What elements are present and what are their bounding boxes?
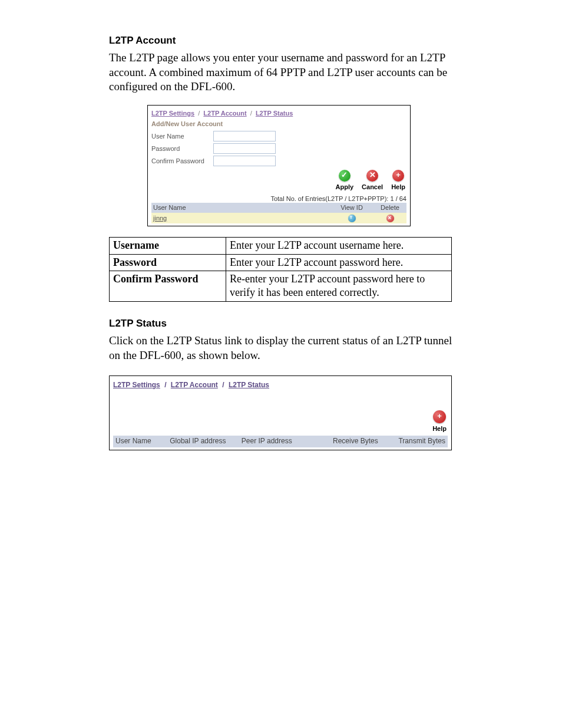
breadcrumb: L2TP Settings / L2TP Account / L2TP Stat…	[151, 109, 406, 117]
col-delete: Delete	[375, 203, 405, 212]
l2tp-status-screenshot: L2TP Settings / L2TP Account / L2TP Stat…	[109, 375, 452, 450]
entries-count: Total No. of Entries(L2TP / L2TP+PPTP): …	[151, 195, 406, 203]
close-icon[interactable]: ✕	[366, 170, 378, 182]
table-row: jinng	[151, 213, 406, 224]
tab-l2tp-settings[interactable]: L2TP Settings	[113, 381, 160, 389]
table-row: Username Enter your L2TP account usernam…	[110, 238, 452, 254]
plus-icon[interactable]: +	[433, 410, 446, 423]
def-key: Password	[110, 254, 226, 271]
tab-l2tp-status[interactable]: L2TP Status	[229, 381, 269, 389]
l2tp-status-heading: L2TP Status	[109, 317, 453, 330]
username-input[interactable]	[213, 131, 276, 141]
col-xmit-bytes: Transmit Bytes	[381, 437, 445, 446]
col-username: User Name	[153, 203, 328, 212]
l2tp-account-body: The L2TP page allows you enter your user…	[109, 51, 453, 94]
def-val: Enter your L2TP account username here.	[226, 238, 452, 254]
def-key: Username	[110, 238, 226, 254]
add-new-user-heading: Add/New User Account	[151, 120, 406, 128]
tab-l2tp-account[interactable]: L2TP Account	[171, 381, 218, 389]
def-key: Confirm Password	[110, 271, 226, 302]
field-description-table: Username Enter your L2TP account usernam…	[109, 237, 452, 302]
table-row: Confirm Password Re-enter your L2TP acco…	[110, 271, 452, 302]
confirm-password-input[interactable]	[213, 156, 276, 166]
row-username[interactable]: jinng	[153, 214, 328, 223]
col-username: User Name	[115, 437, 167, 446]
check-icon[interactable]: ✓	[339, 170, 351, 182]
def-val: Re-enter your L2TP account password here…	[226, 271, 452, 302]
l2tp-account-screenshot: L2TP Settings / L2TP Account / L2TP Stat…	[147, 105, 411, 226]
accounts-header: User Name View ID Delete	[151, 203, 406, 212]
cancel-button[interactable]: Cancel	[362, 183, 383, 191]
table-row: Password Enter your L2TP account passwor…	[110, 254, 452, 271]
plus-icon[interactable]: +	[392, 170, 404, 182]
col-peer-ip: Peer IP address	[242, 437, 311, 446]
confirm-password-label: Confirm Password	[151, 157, 213, 165]
view-id-icon[interactable]	[348, 215, 356, 222]
status-table-header: User Name Global IP address Peer IP addr…	[113, 436, 448, 447]
col-recv-bytes: Receive Bytes	[313, 437, 378, 446]
tab-l2tp-account[interactable]: L2TP Account	[203, 110, 246, 117]
help-button[interactable]: Help	[432, 424, 447, 433]
delete-icon[interactable]	[386, 215, 394, 222]
l2tp-status-body: Click on the L2TP Status link to display…	[109, 334, 453, 363]
tab-l2tp-settings[interactable]: L2TP Settings	[151, 110, 194, 117]
password-input[interactable]	[213, 143, 276, 154]
breadcrumb: L2TP Settings / L2TP Account / L2TP Stat…	[113, 381, 448, 390]
apply-button[interactable]: Apply	[336, 183, 354, 191]
username-label: User Name	[151, 132, 213, 140]
def-val: Enter your L2TP account password here.	[226, 254, 452, 271]
col-global-ip: Global IP address	[170, 437, 239, 446]
col-viewid: View ID	[328, 203, 375, 212]
tab-l2tp-status[interactable]: L2TP Status	[256, 110, 293, 117]
l2tp-account-heading: L2TP Account	[109, 34, 453, 47]
help-button[interactable]: Help	[391, 183, 405, 191]
password-label: Password	[151, 144, 213, 153]
